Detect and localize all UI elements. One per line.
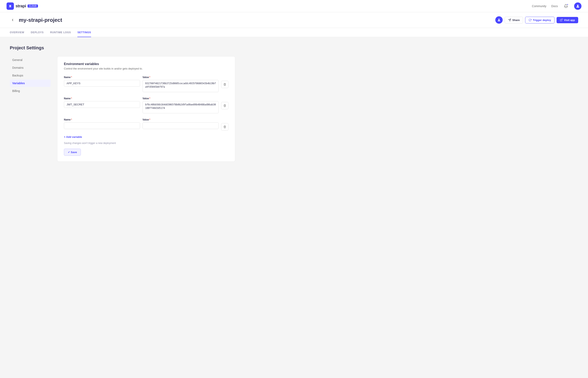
card-subtitle: Control the environment your site builds… [64, 67, 229, 70]
svg-point-0 [577, 5, 579, 6]
notifications-button[interactable] [563, 3, 569, 9]
card-title: Environment variables [64, 62, 229, 66]
delete-button-3[interactable] [221, 123, 229, 131]
required-marker-2: * [71, 97, 72, 100]
var-fields-1: Name* Value* 932760f4821f30b3725d8605cec… [64, 76, 229, 93]
value-required-2: * [149, 97, 150, 100]
project-title: my-strapi-project [19, 17, 62, 23]
sidebar-item-domains[interactable]: Domains [10, 64, 51, 71]
notification-dot [567, 4, 568, 5]
page-header: my-strapi-project Share Trigger deploy [0, 12, 588, 28]
save-note: Saving changes won't trigger a new deplo… [64, 142, 229, 145]
cloud-badge: CLOUD [28, 4, 38, 8]
main-content: Project Settings General Domains Backups… [0, 37, 245, 170]
project-icon-button[interactable] [495, 16, 503, 24]
value-label-1: Value* [143, 76, 219, 79]
tabs-bar: OVERVIEW DEPLOYS RUNTIME LOGS SETTINGS [0, 28, 588, 37]
brand-name: strapi [15, 4, 26, 8]
var-fields-2: Name* Value* bf6c40bb56b164dd3065f8b0b2d… [64, 97, 229, 114]
settings-sidebar: General Domains Backups Variables Billin… [10, 56, 51, 162]
name-label-3: Name* [64, 118, 140, 121]
name-input-3[interactable] [64, 122, 140, 129]
value-input-3[interactable] [143, 122, 219, 129]
settings-card: Environment variables Control the enviro… [57, 56, 235, 162]
svg-point-1 [498, 19, 500, 20]
docs-link[interactable]: Docs [551, 4, 558, 8]
save-button[interactable]: ✓ Save [64, 149, 81, 156]
name-field-group-1: Name* [64, 76, 140, 87]
tab-deploys[interactable]: DEPLOYS [31, 28, 44, 37]
tab-settings[interactable]: SETTINGS [77, 28, 91, 37]
variable-row-2: Name* Value* bf6c40bb56b164dd3065f8b0b2d… [64, 97, 229, 114]
value-field-group-1: Value* 932760f4821f30b3725d8605cecaddc49… [143, 76, 219, 93]
sidebar-item-billing[interactable]: Billing [10, 87, 51, 94]
name-label-1: Name* [64, 76, 140, 79]
variable-row-1: Name* Value* 932760f4821f30b3725d8605cec… [64, 76, 229, 93]
name-label-2: Name* [64, 97, 140, 100]
delete-button-1[interactable] [221, 81, 229, 88]
add-variable-button[interactable]: + Add variable [64, 135, 82, 139]
back-button[interactable] [10, 17, 15, 23]
name-input-2[interactable] [64, 101, 140, 108]
header-actions: Share Trigger deploy Visit app [495, 16, 578, 24]
trigger-label: Trigger deploy [533, 19, 551, 22]
tab-overview[interactable]: OVERVIEW [10, 28, 24, 37]
trigger-deploy-button[interactable]: Trigger deploy [525, 17, 555, 24]
value-input-1[interactable]: 932760f4821f30b3725d8605cecaddc4935f8686… [143, 80, 219, 92]
visit-app-button[interactable]: Visit app [557, 17, 578, 23]
page-section-title: Project Settings [10, 45, 235, 51]
tab-runtime-logs[interactable]: RUNTIME LOGS [50, 28, 71, 37]
var-fields-3: Name* Value* [64, 118, 229, 131]
required-marker-3: * [71, 118, 72, 121]
value-label-2: Value* [143, 97, 219, 100]
name-field-group-2: Name* [64, 97, 140, 108]
value-input-2[interactable]: bf6c40bb56b164dd3065f8b0b2d9fad0ae89b484… [143, 101, 219, 113]
value-field-group-2: Value* bf6c40bb56b164dd3065f8b0b2d9fad0a… [143, 97, 219, 114]
value-required-3: * [149, 118, 150, 121]
svg-line-4 [561, 19, 562, 20]
top-navigation: strapi CLOUD Community Docs [0, 0, 588, 12]
page-header-left: my-strapi-project [10, 17, 62, 23]
share-button[interactable]: Share [505, 17, 523, 24]
user-avatar[interactable] [574, 2, 581, 10]
value-field-group-3: Value* [143, 118, 219, 129]
name-field-group-3: Name* [64, 118, 140, 129]
sidebar-item-backups[interactable]: Backups [10, 72, 51, 79]
delete-button-2[interactable] [221, 102, 229, 109]
value-required-1: * [149, 76, 150, 79]
name-input-1[interactable] [64, 80, 140, 87]
required-marker-1: * [71, 76, 72, 79]
visit-label: Visit app [564, 19, 575, 22]
settings-layout: General Domains Backups Variables Billin… [10, 56, 235, 162]
value-label-3: Value* [143, 118, 219, 121]
logo-area: strapi CLOUD [7, 2, 38, 10]
variable-row-3: Name* Value* [64, 118, 229, 131]
share-label: Share [512, 19, 520, 22]
sidebar-item-variables[interactable]: Variables [10, 80, 51, 87]
strapi-logo-icon [7, 2, 14, 10]
sidebar-item-general[interactable]: General [10, 56, 51, 64]
nav-right: Community Docs [532, 2, 581, 10]
community-link[interactable]: Community [532, 4, 546, 8]
